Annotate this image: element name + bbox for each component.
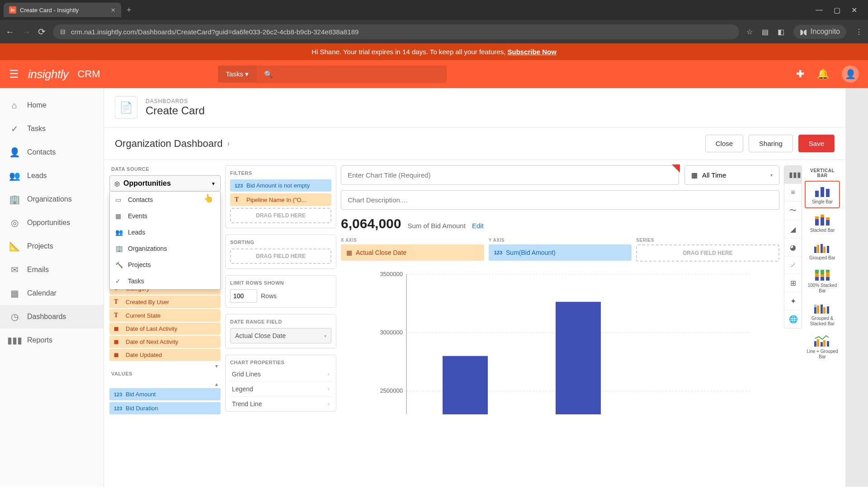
- chart-prop-legend[interactable]: Legend›: [230, 382, 331, 397]
- nav-item-emails[interactable]: ✉Emails: [0, 258, 104, 282]
- close-window-icon[interactable]: ✕: [851, 6, 857, 14]
- svg-rect-31: [826, 277, 830, 281]
- x-axis-field[interactable]: ▦ Actual Close Date: [341, 244, 484, 261]
- reload-button[interactable]: ⟳: [38, 26, 46, 37]
- ds-option-tasks[interactable]: ✓Tasks: [110, 273, 220, 289]
- sharing-button[interactable]: Sharing: [749, 135, 793, 152]
- bar-chart-icon[interactable]: ▮▮▮: [784, 166, 802, 184]
- nav-item-opportunities[interactable]: ◎Opportunities: [0, 211, 104, 235]
- browser-tab[interactable]: in Create Card - Insightly ✕: [4, 3, 121, 17]
- url-input[interactable]: ⊟ crm.na1.insightly.com/Dashboards/Creat…: [53, 24, 739, 39]
- filter-chip[interactable]: TPipeline Name In ("O...: [230, 193, 331, 206]
- logo[interactable]: insightly: [28, 67, 68, 81]
- nav-item-home[interactable]: ⌂Home: [0, 94, 104, 117]
- filters-drop-zone[interactable]: DRAG FIELD HERE: [230, 208, 331, 223]
- field-chip[interactable]: ▦Date of Last Activity: [109, 323, 221, 335]
- area-chart-icon[interactable]: ◢: [784, 221, 802, 239]
- subscribe-link[interactable]: Subscribe Now: [507, 48, 556, 56]
- nav-icon: ⌂: [9, 100, 20, 111]
- filter-chip[interactable]: 123Bid Amount is not empty: [230, 179, 331, 192]
- field-chip[interactable]: ▦Date of Next Activity: [109, 336, 221, 348]
- notifications-icon[interactable]: 🔔: [817, 68, 829, 80]
- calendar-icon: ▦: [691, 171, 698, 179]
- chart-option-stacked-bar[interactable]: Stacked Bar: [805, 210, 840, 236]
- data-source-select[interactable]: ◎ Opportunities ▼: [109, 175, 221, 192]
- line-chart-icon[interactable]: 〜: [784, 202, 802, 221]
- dashboard-name[interactable]: Organization Dashboard: [115, 138, 222, 150]
- pie-chart-icon[interactable]: ◕: [784, 239, 802, 257]
- incognito-badge[interactable]: ◗◖ Incognito: [793, 25, 846, 39]
- menu-toggle-icon[interactable]: ☰: [9, 68, 19, 80]
- new-tab-button[interactable]: +: [123, 2, 135, 19]
- chart-option-grouped-bar[interactable]: Grouped Bar: [805, 238, 840, 263]
- nav-item-reports[interactable]: ▮▮▮Reports: [0, 328, 104, 352]
- nav-item-leads[interactable]: 👥Leads: [0, 164, 104, 188]
- search-scope-dropdown[interactable]: Tasks ▾: [218, 66, 257, 83]
- chart-description-input[interactable]: [341, 190, 779, 210]
- field-chip[interactable]: TCurrent State: [109, 309, 221, 322]
- limit-input[interactable]: [230, 289, 257, 303]
- bar-chart: 250000030000003500000: [341, 270, 779, 419]
- panel-icon[interactable]: ◧: [778, 28, 784, 36]
- chart-option-100-stacked-bar[interactable]: 100% Stacked Bar: [805, 265, 840, 296]
- field-chip[interactable]: TCreated By User: [109, 296, 221, 308]
- scroll-up-icon[interactable]: ▴: [109, 380, 221, 388]
- breadcrumb: DASHBOARDS: [146, 98, 205, 104]
- y-axis-field[interactable]: 123 Sum(Bid Amount): [489, 244, 632, 261]
- close-button[interactable]: Close: [705, 135, 743, 152]
- add-button[interactable]: ✚: [796, 68, 804, 80]
- nav-item-tasks[interactable]: ✓Tasks: [0, 117, 104, 141]
- chart-option-single-bar[interactable]: Single Bar: [805, 181, 840, 208]
- site-settings-icon[interactable]: ⊟: [60, 28, 66, 35]
- metric-edit-link[interactable]: Edit: [472, 222, 484, 230]
- save-button[interactable]: Save: [798, 135, 835, 152]
- ruler-icon[interactable]: ⟋: [784, 257, 802, 274]
- svg-rect-11: [826, 189, 830, 197]
- minimize-icon[interactable]: —: [816, 6, 823, 14]
- chart-prop-grid-lines[interactable]: Grid Lines›: [230, 367, 331, 382]
- calendar-icon: ▦: [346, 249, 352, 256]
- cal-icon: ▦: [114, 339, 122, 345]
- nav-item-dashboards[interactable]: ◷Dashboards: [0, 305, 104, 328]
- ds-option-projects[interactable]: 🔨Projects: [110, 257, 220, 273]
- ds-option-leads[interactable]: 👥Leads: [110, 224, 220, 240]
- search-input[interactable]: 🔍: [257, 66, 447, 83]
- ds-option-organizations[interactable]: 🏢Organizations: [110, 240, 220, 257]
- sorting-drop-zone[interactable]: DRAG FIELD HERE: [230, 249, 331, 264]
- bookmark-icon[interactable]: ☆: [746, 28, 753, 36]
- nav-item-projects[interactable]: 📐Projects: [0, 235, 104, 258]
- chart-title-input[interactable]: [341, 165, 679, 185]
- magic-icon[interactable]: ✦: [784, 292, 802, 310]
- close-tab-icon[interactable]: ✕: [111, 7, 116, 14]
- sorting-label: SORTING: [230, 239, 331, 245]
- value-chip[interactable]: 123Bid Duration: [109, 402, 221, 414]
- globe-icon[interactable]: 🌐: [784, 310, 802, 328]
- date-range-label: DATE RANGE FIELD: [230, 319, 331, 324]
- chart-option-line-grouped-bar[interactable]: Line + Grouped Bar: [805, 331, 840, 362]
- svg-rect-19: [817, 245, 819, 253]
- ds-option-contacts[interactable]: ▭Contacts: [110, 192, 220, 208]
- back-button[interactable]: ←: [5, 27, 14, 37]
- svg-text:2500000: 2500000: [380, 387, 403, 394]
- table-icon[interactable]: ⊞: [784, 274, 802, 292]
- extensions-icon[interactable]: ▤: [762, 28, 769, 36]
- chart-prop-trend-line[interactable]: Trend Line›: [230, 397, 331, 411]
- maximize-icon[interactable]: ▢: [834, 6, 840, 14]
- page-title: Create Card: [146, 104, 205, 117]
- chart-option-grouped-stacked-bar[interactable]: Grouped & Stacked Bar: [805, 298, 840, 329]
- avatar[interactable]: 👤: [842, 66, 859, 83]
- scroll-down-icon[interactable]: ▾: [109, 362, 221, 370]
- series-drop-zone[interactable]: DRAG FIELD HERE: [636, 244, 779, 262]
- nav-item-contacts[interactable]: 👤Contacts: [0, 141, 104, 164]
- menu-icon[interactable]: ⋮: [855, 28, 863, 36]
- data-source-label: DATA SOURCE: [109, 165, 221, 173]
- forward-button[interactable]: →: [22, 27, 31, 37]
- time-range-select[interactable]: ▦ All Time ▾: [684, 165, 779, 185]
- value-chip[interactable]: 123Bid Amount: [109, 388, 221, 400]
- field-chip[interactable]: ▦Date Updated: [109, 349, 221, 361]
- nav-item-organizations[interactable]: 🏢Organizations: [0, 188, 104, 211]
- ds-option-events[interactable]: ▦Events: [110, 208, 220, 224]
- list-icon[interactable]: ≡: [784, 184, 802, 202]
- nav-item-calendar[interactable]: ▦Calendar: [0, 282, 104, 305]
- date-range-select[interactable]: Actual Close Date ▾: [230, 328, 331, 343]
